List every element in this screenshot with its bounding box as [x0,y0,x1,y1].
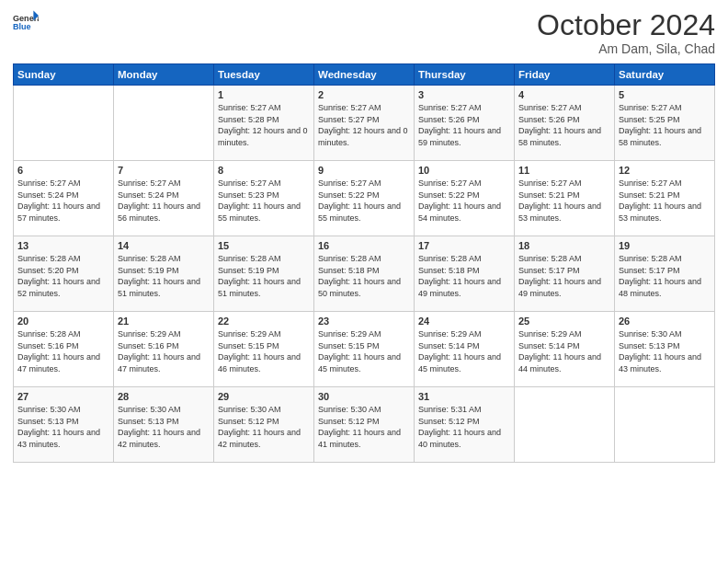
day-cell: 31Sunrise: 5:31 AMSunset: 5:12 PMDayligh… [415,387,515,463]
day-info: Sunrise: 5:27 AMSunset: 5:21 PMDaylight:… [619,178,711,224]
day-number: 20 [17,316,109,327]
day-cell: 17Sunrise: 5:28 AMSunset: 5:18 PMDayligh… [415,236,515,312]
day-cell: 30Sunrise: 5:30 AMSunset: 5:12 PMDayligh… [314,387,415,463]
day-cell [114,86,214,161]
day-cell: 8Sunrise: 5:27 AMSunset: 5:23 PMDaylight… [214,161,314,236]
day-info: Sunrise: 5:27 AMSunset: 5:28 PMDaylight:… [218,102,310,148]
day-info: Sunrise: 5:29 AMSunset: 5:15 PMDaylight:… [318,328,410,374]
day-number: 9 [318,165,410,176]
day-number: 18 [518,240,610,251]
day-cell: 15Sunrise: 5:28 AMSunset: 5:19 PMDayligh… [214,236,314,312]
day-number: 31 [418,391,510,402]
day-number: 6 [17,165,109,176]
day-cell: 24Sunrise: 5:29 AMSunset: 5:14 PMDayligh… [415,312,515,387]
day-number: 26 [619,316,711,327]
day-info: Sunrise: 5:29 AMSunset: 5:14 PMDaylight:… [518,328,610,374]
day-cell: 6Sunrise: 5:27 AMSunset: 5:24 PMDaylight… [14,161,114,236]
day-info: Sunrise: 5:27 AMSunset: 5:24 PMDaylight:… [118,178,210,224]
day-cell: 19Sunrise: 5:28 AMSunset: 5:17 PMDayligh… [615,236,715,312]
day-number: 7 [118,165,210,176]
day-cell: 3Sunrise: 5:27 AMSunset: 5:26 PMDaylight… [415,86,515,161]
day-number: 15 [218,240,310,251]
day-info: Sunrise: 5:29 AMSunset: 5:15 PMDaylight:… [218,328,310,374]
day-number: 1 [218,89,310,100]
day-info: Sunrise: 5:27 AMSunset: 5:24 PMDaylight:… [17,178,109,224]
day-cell: 16Sunrise: 5:28 AMSunset: 5:18 PMDayligh… [314,236,415,312]
day-cell: 10Sunrise: 5:27 AMSunset: 5:22 PMDayligh… [415,161,515,236]
day-info: Sunrise: 5:27 AMSunset: 5:25 PMDaylight:… [619,102,711,148]
header: General Blue October 2024 Am Dam, Sila, … [13,9,715,56]
day-info: Sunrise: 5:28 AMSunset: 5:16 PMDaylight:… [17,328,109,374]
day-number: 4 [518,89,610,100]
day-info: Sunrise: 5:27 AMSunset: 5:21 PMDaylight:… [518,178,610,224]
day-number: 27 [17,391,109,402]
day-info: Sunrise: 5:28 AMSunset: 5:17 PMDaylight:… [518,253,610,299]
month-year: October 2024 [537,9,715,41]
day-number: 11 [518,165,610,176]
day-info: Sunrise: 5:28 AMSunset: 5:19 PMDaylight:… [118,253,210,299]
page: General Blue October 2024 Am Dam, Sila, … [0,0,728,563]
day-number: 14 [118,240,210,251]
day-cell: 29Sunrise: 5:30 AMSunset: 5:12 PMDayligh… [214,387,314,463]
day-info: Sunrise: 5:27 AMSunset: 5:22 PMDaylight:… [418,178,510,224]
day-cell: 2Sunrise: 5:27 AMSunset: 5:27 PMDaylight… [314,86,415,161]
calendar-table: SundayMondayTuesdayWednesdayThursdayFrid… [13,63,715,463]
day-cell: 28Sunrise: 5:30 AMSunset: 5:13 PMDayligh… [114,387,214,463]
day-cell: 11Sunrise: 5:27 AMSunset: 5:21 PMDayligh… [515,161,615,236]
header-day-friday: Friday [515,64,615,86]
day-cell: 12Sunrise: 5:27 AMSunset: 5:21 PMDayligh… [615,161,715,236]
svg-text:Blue: Blue [13,22,31,31]
week-row-4: 20Sunrise: 5:28 AMSunset: 5:16 PMDayligh… [14,312,715,387]
day-number: 30 [318,391,410,402]
day-number: 19 [619,240,711,251]
day-cell: 9Sunrise: 5:27 AMSunset: 5:22 PMDaylight… [314,161,415,236]
day-cell: 23Sunrise: 5:29 AMSunset: 5:15 PMDayligh… [314,312,415,387]
logo: General Blue [13,9,39,35]
header-day-sunday: Sunday [14,64,114,86]
day-cell: 20Sunrise: 5:28 AMSunset: 5:16 PMDayligh… [14,312,114,387]
day-info: Sunrise: 5:31 AMSunset: 5:12 PMDaylight:… [418,404,510,450]
day-info: Sunrise: 5:28 AMSunset: 5:17 PMDaylight:… [619,253,711,299]
header-day-monday: Monday [114,64,214,86]
day-cell: 13Sunrise: 5:28 AMSunset: 5:20 PMDayligh… [14,236,114,312]
day-info: Sunrise: 5:30 AMSunset: 5:13 PMDaylight:… [118,404,210,450]
week-row-3: 13Sunrise: 5:28 AMSunset: 5:20 PMDayligh… [14,236,715,312]
day-cell: 25Sunrise: 5:29 AMSunset: 5:14 PMDayligh… [515,312,615,387]
day-info: Sunrise: 5:30 AMSunset: 5:13 PMDaylight:… [619,328,711,374]
day-cell [14,86,114,161]
day-number: 16 [318,240,410,251]
day-cell: 21Sunrise: 5:29 AMSunset: 5:16 PMDayligh… [114,312,214,387]
day-info: Sunrise: 5:28 AMSunset: 5:19 PMDaylight:… [218,253,310,299]
day-info: Sunrise: 5:27 AMSunset: 5:23 PMDaylight:… [218,178,310,224]
header-day-thursday: Thursday [415,64,515,86]
day-cell: 7Sunrise: 5:27 AMSunset: 5:24 PMDaylight… [114,161,214,236]
day-info: Sunrise: 5:30 AMSunset: 5:12 PMDaylight:… [318,404,410,450]
day-cell: 27Sunrise: 5:30 AMSunset: 5:13 PMDayligh… [14,387,114,463]
day-info: Sunrise: 5:27 AMSunset: 5:26 PMDaylight:… [518,102,610,148]
location: Am Dam, Sila, Chad [537,41,715,56]
day-number: 25 [518,316,610,327]
day-info: Sunrise: 5:30 AMSunset: 5:12 PMDaylight:… [218,404,310,450]
day-number: 29 [218,391,310,402]
day-cell: 4Sunrise: 5:27 AMSunset: 5:26 PMDaylight… [515,86,615,161]
header-row: SundayMondayTuesdayWednesdayThursdayFrid… [14,64,715,86]
week-row-5: 27Sunrise: 5:30 AMSunset: 5:13 PMDayligh… [14,387,715,463]
day-info: Sunrise: 5:28 AMSunset: 5:20 PMDaylight:… [17,253,109,299]
day-info: Sunrise: 5:27 AMSunset: 5:26 PMDaylight:… [418,102,510,148]
day-number: 23 [318,316,410,327]
day-number: 5 [619,89,711,100]
day-number: 13 [17,240,109,251]
day-info: Sunrise: 5:29 AMSunset: 5:16 PMDaylight:… [118,328,210,374]
day-cell: 1Sunrise: 5:27 AMSunset: 5:28 PMDaylight… [214,86,314,161]
day-info: Sunrise: 5:30 AMSunset: 5:13 PMDaylight:… [17,404,109,450]
header-day-wednesday: Wednesday [314,64,415,86]
logo-icon: General Blue [13,9,39,35]
day-info: Sunrise: 5:28 AMSunset: 5:18 PMDaylight:… [318,253,410,299]
day-cell: 5Sunrise: 5:27 AMSunset: 5:25 PMDaylight… [615,86,715,161]
header-day-tuesday: Tuesday [214,64,314,86]
day-number: 21 [118,316,210,327]
day-number: 3 [418,89,510,100]
day-info: Sunrise: 5:29 AMSunset: 5:14 PMDaylight:… [418,328,510,374]
header-day-saturday: Saturday [615,64,715,86]
day-cell [615,387,715,463]
